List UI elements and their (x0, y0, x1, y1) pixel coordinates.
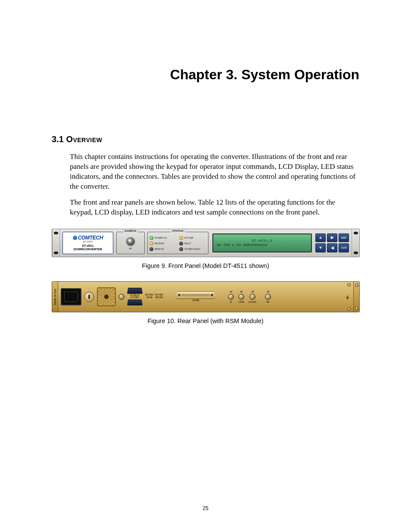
rf-connectors: J4 IF J6 LP IN J8 LP OUT J5 RF (228, 290, 271, 303)
led-label: REMOTE (155, 248, 164, 250)
front-panel: COMTECH EF DATA DT-4511 DOWNCONVERTER SA… (52, 229, 360, 257)
screw-icon (347, 283, 351, 286)
section-number: 3.1 (52, 134, 64, 144)
sample-label: RF (129, 247, 132, 250)
rear-panel: MADE IN USA P1 RELAY J1 COM 1 EXT REF (52, 281, 360, 312)
rack-hole (54, 232, 58, 234)
extref-a-bot: J2A IN (146, 297, 153, 299)
figure-10: MADE IN USA P1 RELAY J1 COM 1 EXT REF (52, 281, 359, 324)
status-col-2: EXT REF FAULT STORED FAULT (179, 236, 206, 251)
rack-hole (54, 252, 58, 254)
j8-label: J8 (251, 290, 254, 293)
page-number: 25 (0, 505, 411, 511)
led-extref-icon (179, 236, 183, 240)
rack-hole (354, 232, 358, 234)
status-col-1: POWER ON RECEIVE REMOTE (149, 236, 177, 251)
key-ent: ENT (339, 233, 349, 243)
hsb-connector: J3 HSB (176, 291, 215, 302)
led-receive-icon (149, 242, 153, 246)
keypad: ▲ ▶ ENT ▼ ◀ CLR (315, 233, 349, 252)
key-left: ◀ (327, 243, 337, 252)
screw-icon (355, 307, 358, 310)
connector-icon (265, 294, 271, 300)
figure-9-caption: Figure 9. Front Panel (Model DT-4511 sho… (52, 262, 359, 269)
brand-tagline: EF DATA (83, 240, 93, 243)
status-group: STATUS POWER ON RECEIVE REMOTE EXT REF F… (147, 232, 209, 254)
rear-body: P1 RELAY J1 COM 1 EXT REF J2A IN EXT REF… (58, 282, 353, 312)
p1-relay-label: P1 RELAY J1 COM 1 (130, 295, 140, 299)
iec-power-inlet-icon (61, 288, 81, 305)
figure-9: COMTECH EF DATA DT-4511 DOWNCONVERTER SA… (52, 229, 359, 269)
fan-icon (97, 287, 116, 306)
screw-icon (347, 307, 351, 311)
made-in-usa-strip: MADE IN USA (52, 282, 58, 312)
brand-model: DT-4511 DOWNCONVERTER (74, 244, 102, 251)
arrow-down-icon: ▼ (319, 246, 323, 250)
key-right: ▶ (327, 233, 337, 243)
power-switch-icon (84, 292, 94, 302)
arrow-up-icon: ▲ (319, 236, 323, 240)
model-line1: DT-4511 (74, 244, 102, 248)
chapter-title: Chapter 3. System Operation (52, 67, 359, 83)
if-label: IF (230, 301, 232, 303)
small-bnc-icon (118, 294, 125, 300)
brand-name: COMTECH (78, 235, 103, 241)
extref-b-bot: J2B OUT (155, 297, 163, 299)
figure-10-caption: Figure 10. Rear Panel (with RSM Module) (52, 317, 359, 324)
connector-icon (249, 294, 255, 300)
paragraph-2: The front and rear panels are shown belo… (70, 198, 359, 218)
lcd-line1: DT-4511-2 (217, 239, 308, 243)
sample-legend: SAMPLE (123, 230, 138, 232)
led-fault-icon (179, 242, 183, 246)
rf-label: RF (267, 301, 270, 303)
key-clr: CLR (339, 243, 349, 252)
rack-hole (354, 252, 358, 254)
db9-connector-icon (127, 288, 143, 294)
led-label: RECEIVE (155, 242, 164, 245)
bnc-connector-icon (126, 237, 135, 246)
ground-icon: ⏚ (344, 293, 351, 300)
sample-group: SAMPLE RF (116, 232, 145, 254)
rack-ear-left (52, 229, 60, 257)
section-heading: 3.1 Overview (52, 134, 359, 144)
j5-label: J5 (267, 290, 270, 293)
brand-logo: COMTECH (73, 235, 103, 241)
screw-icon (355, 283, 358, 287)
key-down: ▼ (315, 243, 326, 252)
led-label: POWER ON (155, 236, 167, 239)
arrow-right-icon: ▶ (331, 236, 334, 240)
j4-label: J4 (230, 290, 232, 293)
led-remote-icon (149, 247, 153, 251)
lpout-label: LP OUT (249, 301, 256, 303)
globe-icon (73, 236, 77, 240)
hsb-label: J3 HSB (192, 300, 199, 302)
brand-plate: COMTECH EF DATA DT-4511 DOWNCONVERTER (62, 232, 113, 254)
j6-label: J6 (240, 290, 243, 293)
db25-connector-icon (176, 291, 215, 299)
lpin-label: LP IN (239, 301, 244, 303)
section-label: Overview (66, 134, 102, 144)
led-label: FAULT (184, 242, 191, 245)
key-up: ▲ (315, 233, 326, 243)
arrow-left-icon: ◀ (331, 246, 334, 250)
led-label: STORED FAULT (184, 248, 200, 250)
db9-connector-icon (127, 299, 143, 305)
led-power-on-icon (149, 236, 153, 240)
led-label: EXT REF (184, 236, 193, 239)
paragraph-1: This chapter contains instructions for o… (70, 152, 359, 192)
ext-ref-group: EXT REF J2A IN EXT REF J2B OUT (145, 294, 163, 299)
led-stored-fault-icon (179, 247, 183, 251)
serial-stack: P1 RELAY J1 COM 1 (127, 288, 143, 305)
connector-icon (228, 294, 234, 300)
rear-handle (353, 282, 359, 312)
status-legend: STATUS (171, 230, 185, 232)
made-in-usa-label: MADE IN USA (54, 289, 56, 305)
rack-ear-right (352, 229, 359, 257)
lcd-line2: SW VER 5.83 SN022095823 (217, 243, 308, 247)
model-line2: DOWNCONVERTER (74, 248, 102, 251)
lcd-display: DT-4511-2 SW VER 5.83 SN022095823 (212, 233, 312, 252)
connector-icon (238, 294, 244, 300)
